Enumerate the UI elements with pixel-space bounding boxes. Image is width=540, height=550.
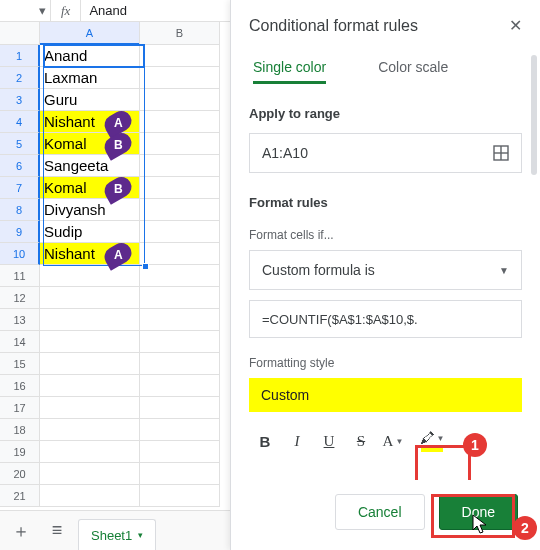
row-header[interactable]: 8 xyxy=(0,199,40,221)
cell[interactable] xyxy=(140,199,220,221)
custom-formula-input[interactable]: =COUNTIF($A$1:$A$10,$. xyxy=(249,300,522,338)
text-color-button[interactable]: A▼ xyxy=(377,424,409,458)
row-header[interactable]: 21 xyxy=(0,485,40,507)
row-header[interactable]: 1 xyxy=(0,45,40,67)
select-all-corner[interactable] xyxy=(0,22,40,45)
cell[interactable]: Laxman xyxy=(40,67,140,89)
range-value: A1:A10 xyxy=(262,145,308,161)
cell[interactable]: Sangeeta xyxy=(40,155,140,177)
row-header[interactable]: 11 xyxy=(0,265,40,287)
range-input[interactable]: A1:A10 xyxy=(249,133,522,173)
row-header[interactable]: 18 xyxy=(0,419,40,441)
grid-body: 1Anand2Laxman3Guru4Nishant5Komal6Sangeet… xyxy=(0,45,220,507)
condition-select[interactable]: Custom formula is ▼ xyxy=(249,250,522,290)
table-row: 21 xyxy=(0,485,220,507)
cell[interactable] xyxy=(40,265,140,287)
cell[interactable]: Sudip xyxy=(40,221,140,243)
table-row: 14 xyxy=(0,331,220,353)
add-sheet-button[interactable]: ＋ xyxy=(6,516,36,546)
cell[interactable] xyxy=(140,485,220,507)
sheet-tab-active[interactable]: Sheet1 ▾ xyxy=(78,519,156,551)
cell[interactable] xyxy=(140,45,220,67)
row-header[interactable]: 16 xyxy=(0,375,40,397)
row-header[interactable]: 2 xyxy=(0,67,40,89)
cell[interactable] xyxy=(40,463,140,485)
custom-formula-value: =COUNTIF($A$1:$A$10,$. xyxy=(262,312,418,327)
fill-color-swatch xyxy=(421,448,443,452)
cell[interactable] xyxy=(140,375,220,397)
panel-scrollbar[interactable] xyxy=(531,55,537,175)
cell[interactable] xyxy=(140,397,220,419)
cell[interactable] xyxy=(140,155,220,177)
formatting-style-label: Formatting style xyxy=(249,356,522,370)
row-header[interactable]: 3 xyxy=(0,89,40,111)
cell[interactable] xyxy=(140,353,220,375)
cell[interactable] xyxy=(140,287,220,309)
column-header-b[interactable]: B xyxy=(140,22,220,45)
row-header[interactable]: 13 xyxy=(0,309,40,331)
cell[interactable] xyxy=(140,463,220,485)
strike-button[interactable]: S xyxy=(345,424,377,458)
cell[interactable] xyxy=(140,265,220,287)
cell[interactable] xyxy=(140,89,220,111)
tab-color-scale[interactable]: Color scale xyxy=(378,53,448,84)
cell[interactable] xyxy=(140,243,220,265)
select-range-icon[interactable] xyxy=(493,145,509,161)
style-preview[interactable]: Custom xyxy=(249,378,522,412)
row-header[interactable]: 20 xyxy=(0,463,40,485)
bold-button[interactable]: B xyxy=(249,424,281,458)
fill-color-button[interactable]: 🖍 ▼ xyxy=(409,424,455,458)
row-header[interactable]: 15 xyxy=(0,353,40,375)
column-header-a[interactable]: A xyxy=(40,22,140,45)
cell[interactable] xyxy=(40,485,140,507)
name-box[interactable]: ▾ xyxy=(0,0,50,22)
cell[interactable]: Guru xyxy=(40,89,140,111)
cell[interactable] xyxy=(40,353,140,375)
all-sheets-button[interactable]: ≡ xyxy=(42,516,72,546)
apply-to-range-label: Apply to range xyxy=(249,106,522,121)
table-row: 1Anand xyxy=(0,45,220,67)
underline-button[interactable]: U xyxy=(313,424,345,458)
fx-label: fx xyxy=(51,3,80,19)
cell[interactable]: Divyansh xyxy=(40,199,140,221)
cell[interactable] xyxy=(140,419,220,441)
close-icon[interactable]: ✕ xyxy=(509,16,522,35)
cell[interactable] xyxy=(40,397,140,419)
chevron-down-icon: ▼ xyxy=(395,437,403,446)
table-row: 12 xyxy=(0,287,220,309)
spreadsheet-grid[interactable]: A B 1Anand2Laxman3Guru4Nishant5Komal6San… xyxy=(0,22,220,527)
row-header[interactable]: 6 xyxy=(0,155,40,177)
sheet-tab-label: Sheet1 xyxy=(91,528,132,543)
cancel-button[interactable]: Cancel xyxy=(335,494,425,530)
cell[interactable] xyxy=(40,441,140,463)
row-header[interactable]: 10 xyxy=(0,243,40,265)
cell[interactable] xyxy=(140,309,220,331)
cell[interactable] xyxy=(140,67,220,89)
row-header[interactable]: 7 xyxy=(0,177,40,199)
cell[interactable] xyxy=(40,375,140,397)
cell[interactable] xyxy=(40,287,140,309)
row-header[interactable]: 14 xyxy=(0,331,40,353)
row-header[interactable]: 12 xyxy=(0,287,40,309)
row-header[interactable]: 4 xyxy=(0,111,40,133)
row-header[interactable]: 17 xyxy=(0,397,40,419)
row-header[interactable]: 5 xyxy=(0,133,40,155)
cell[interactable] xyxy=(140,133,220,155)
mode-tabs: Single color Color scale xyxy=(249,49,522,84)
formula-input[interactable]: Anand xyxy=(81,3,127,18)
sheet-tab-caret: ▾ xyxy=(138,530,143,540)
cell[interactable]: Anand xyxy=(40,45,140,67)
cell[interactable] xyxy=(140,441,220,463)
row-header[interactable]: 9 xyxy=(0,221,40,243)
cell[interactable] xyxy=(140,331,220,353)
cell[interactable] xyxy=(140,221,220,243)
cell[interactable] xyxy=(140,177,220,199)
cell[interactable] xyxy=(40,309,140,331)
row-header[interactable]: 19 xyxy=(0,441,40,463)
name-box-caret: ▾ xyxy=(39,3,46,18)
cell[interactable] xyxy=(40,331,140,353)
tab-single-color[interactable]: Single color xyxy=(253,53,326,84)
italic-button[interactable]: I xyxy=(281,424,313,458)
cell[interactable] xyxy=(40,419,140,441)
cell[interactable] xyxy=(140,111,220,133)
